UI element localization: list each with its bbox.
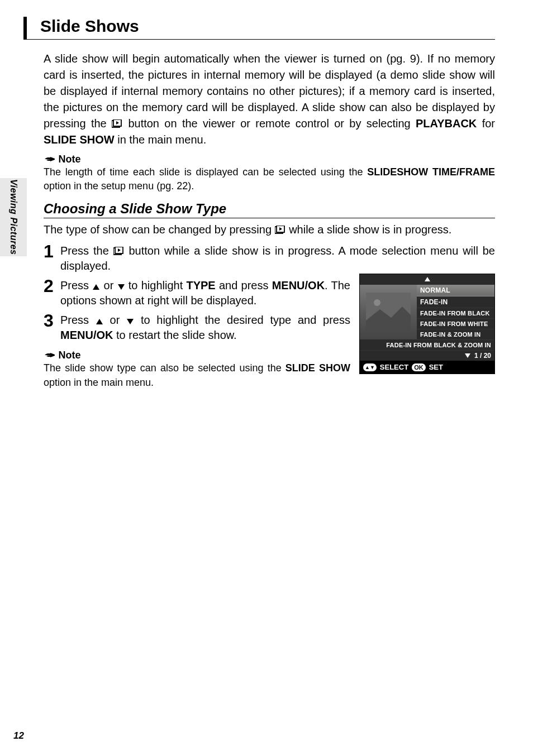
type-list: NORMAL FADE-IN FADE-IN FROM BLACK FADE-I… (417, 285, 494, 340)
svg-marker-11 (96, 319, 103, 324)
svg-marker-9 (93, 284, 99, 290)
svg-marker-12 (127, 319, 134, 324)
note-heading: Note (44, 154, 495, 165)
up-triangle-icon (424, 276, 431, 282)
menu-screenshot: NORMAL FADE-IN FADE-IN FROM BLACK FADE-I… (359, 274, 495, 374)
step-2: 2 Press or to highlight TYPE and press M… (44, 278, 350, 308)
intro-paragraph: A slide show will begin automatically wh… (44, 51, 495, 148)
step-1: 1 Press the button while a slide show is… (44, 243, 495, 274)
up-triangle-icon (92, 284, 100, 290)
ok-icon: OK (412, 363, 426, 371)
slideshow-icon (275, 226, 286, 235)
down-triangle-icon (117, 284, 125, 290)
svg-marker-16 (465, 353, 470, 358)
list-item: FADE-IN FROM BLACK & ZOOM IN (360, 340, 494, 351)
list-item: FADE-IN FROM WHITE (417, 319, 494, 329)
section-tab-label: Viewing Pictures (8, 179, 18, 255)
pointing-hand-icon (44, 155, 56, 164)
list-item: FADE-IN (417, 296, 494, 308)
svg-marker-10 (118, 284, 125, 290)
note-text-2: The slide show type can also be selected… (44, 361, 350, 389)
down-triangle-icon (126, 318, 134, 325)
slideshow-icon (112, 119, 123, 128)
list-item: FADE-IN & ZOOM IN (417, 329, 494, 340)
page-number: 12 (13, 730, 24, 741)
step-3: 3 Press or to highlight the desired type… (44, 313, 350, 343)
list-item: NORMAL (417, 285, 494, 296)
pointing-hand-icon (44, 351, 56, 360)
up-down-icon: ▲▼ (363, 363, 377, 371)
page-title: Slide Shows (40, 17, 495, 36)
note-text: The length of time each slide is display… (44, 165, 495, 193)
subheading: Choosing a Slide Show Type (44, 201, 495, 218)
note-heading-2: Note (44, 350, 350, 361)
help-bar: ▲▼ SELECT OK SET (360, 361, 494, 374)
list-item: FADE-IN FROM BLACK (417, 308, 494, 319)
slideshow-icon (113, 247, 125, 256)
page-counter: 1 / 20 (474, 352, 491, 360)
preview-thumbnail (360, 285, 417, 339)
up-triangle-icon (96, 318, 103, 325)
section-tab: Viewing Pictures (0, 178, 27, 256)
sub-intro: The type of show can be changed by press… (44, 222, 495, 238)
svg-marker-13 (425, 277, 430, 281)
svg-point-15 (374, 299, 380, 306)
down-triangle-icon (464, 353, 471, 358)
